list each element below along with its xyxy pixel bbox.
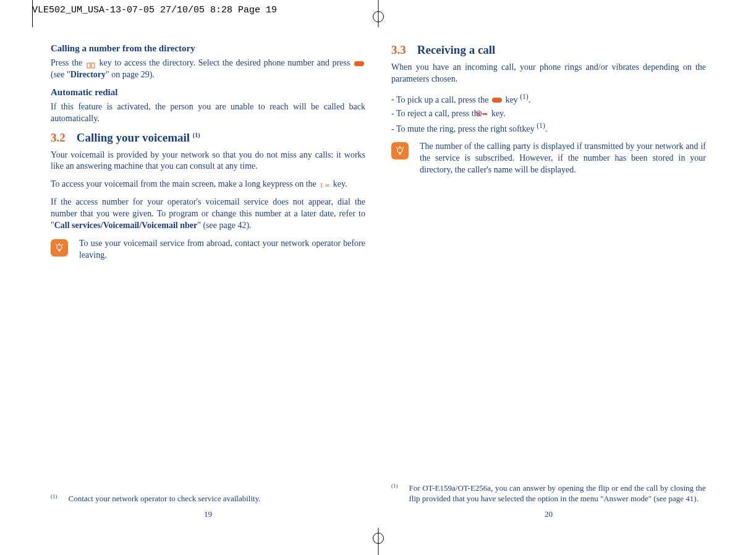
note-row: To use your voicemail service from abroa… [51, 238, 365, 261]
section-number: 3.3 [391, 43, 406, 57]
right-page: 3.3 Receiving a call When you have an in… [391, 43, 706, 519]
footnote: (1) For OT-E159a/OT-E256a, you can answe… [391, 483, 706, 504]
footnote: (1) Contact your network operator to che… [51, 493, 365, 504]
footnote-marker: (1) [391, 483, 398, 504]
svg-point-2 [57, 245, 62, 250]
sup: (1) [537, 122, 545, 130]
heading-directory: Calling a number from the directory [51, 43, 365, 54]
section-title: Receiving a call [417, 43, 496, 57]
text: To mute the ring, press the right softke… [396, 124, 537, 133]
text: . [529, 95, 531, 104]
directory-key-icon [87, 61, 95, 67]
paragraph-voicemail-2: To access your voicemail from the main s… [51, 179, 365, 190]
footnote-marker: (1) [51, 493, 57, 504]
text: Press the [51, 58, 85, 67]
bullet-list: To pick up a call, press the key (1). To… [391, 91, 706, 136]
list-item: To reject a call, press the ⦿➥ key. [391, 107, 706, 121]
text: To pick up a call, press the [396, 95, 491, 104]
text: key. [489, 109, 505, 118]
text: " (see page 42). [197, 221, 251, 230]
paragraph-receive: When you have an incoming call, your pho… [391, 62, 706, 85]
section-number: 3.2 [51, 131, 66, 145]
call-key-icon [492, 98, 502, 103]
section-heading: 3.3 Receiving a call [391, 43, 706, 57]
svg-rect-8 [399, 153, 401, 155]
list-item: To mute the ring, press the right softke… [391, 121, 706, 136]
lightbulb-icon [51, 239, 68, 256]
section-title: Calling your voicemail (1) [77, 131, 200, 145]
text-bold: Directory [70, 70, 106, 79]
paragraph-voicemail-3: If the access number for your operator's… [51, 197, 365, 232]
text: (see " [51, 70, 70, 79]
voicemail-key-icon: 1 ∞ [320, 180, 329, 190]
lightbulb-icon [391, 142, 409, 159]
call-key-icon [354, 61, 364, 66]
text: " (see page 41). [648, 494, 699, 503]
note-text: The number of the calling party is displ… [420, 141, 706, 176]
paragraph-directory: Press the key to access the directory. S… [51, 57, 365, 81]
text: key [503, 95, 520, 104]
left-page: Calling a number from the directory Pres… [51, 43, 365, 519]
note-row: The number of the calling party is displ… [391, 141, 706, 176]
text: To access your voicemail from the main s… [51, 179, 318, 189]
source-header: VLE502_UM_USA-13-07-05 27/10/05 8:28 Pag… [32, 5, 277, 15]
text-bold: Call services/Voicemail/Voicemail nber [54, 221, 197, 230]
svg-rect-3 [59, 250, 61, 252]
text-bold: Answer mode [603, 494, 648, 503]
footnote-body: Contact your network operator to check s… [69, 493, 365, 504]
svg-line-11 [403, 147, 404, 148]
section-heading: 3.2 Calling your voicemail (1) [51, 131, 365, 145]
crop-mark-bottom [369, 528, 388, 555]
note-text: To use your voicemail service from abroa… [79, 238, 365, 261]
sup: (1) [520, 93, 529, 101]
text: " on page 29). [106, 70, 155, 79]
paragraph-redial: If this feature is activated, the person… [51, 101, 365, 125]
page-number: 20 [391, 509, 706, 519]
page-spread: Calling a number from the directory Pres… [51, 43, 706, 519]
text: . [545, 124, 548, 133]
paragraph-voicemail-1: Your voicemail is provided by your netwo… [51, 150, 365, 173]
svg-line-5 [56, 244, 57, 245]
section-sup: (1) [193, 131, 200, 138]
heading-redial: Automatic redial [51, 87, 365, 98]
svg-rect-0 [87, 63, 90, 68]
footnote-body: For OT-E159a/OT-E256a, you can answer by… [409, 483, 706, 504]
svg-line-6 [62, 244, 64, 245]
svg-rect-1 [91, 63, 95, 68]
text: To reject a call, press the [396, 109, 484, 118]
end-key-icon: ⦿➥ [485, 109, 488, 120]
list-item: To pick up a call, press the key (1). [391, 91, 706, 107]
crop-mark-top [369, 0, 388, 27]
svg-line-10 [396, 147, 397, 148]
page-number: 19 [51, 509, 365, 519]
text: key. [331, 179, 347, 189]
svg-point-7 [397, 148, 402, 153]
text: key to access the directory. Select the … [96, 58, 353, 67]
